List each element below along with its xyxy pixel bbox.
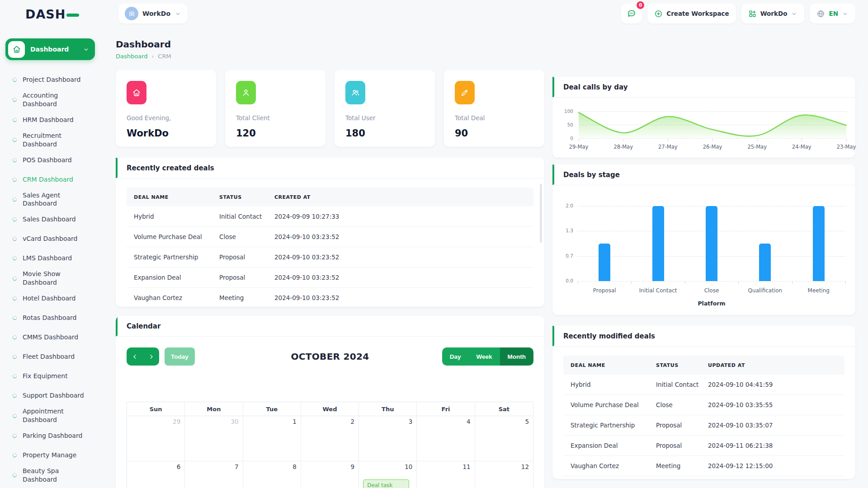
- calendar-day-10[interactable]: 10Deal task One: [359, 461, 417, 488]
- calendar-day-5[interactable]: 5: [475, 416, 533, 461]
- sidebar-item-label: POS Dashboard: [23, 156, 91, 164]
- table-row[interactable]: Expansion DealProposal2024-09-10 03:23:5…: [127, 267, 533, 288]
- ring-icon: [12, 413, 17, 418]
- sidebar-item-vcard-dashboard[interactable]: vCard Dashboard: [0, 229, 106, 249]
- sidebar-item-project-dashboard[interactable]: Project Dashboard: [0, 70, 106, 89]
- calendar-day-8[interactable]: 8: [243, 461, 301, 488]
- created-deals-table: DEAL NAMESTATUSCREATED ATHybridInitial C…: [127, 188, 533, 308]
- calendar-day-30[interactable]: 30: [185, 416, 243, 461]
- create-workspace-button[interactable]: Create Workspace: [647, 4, 736, 23]
- calendar-day-7[interactable]: 7: [185, 461, 243, 488]
- calendar-day-29[interactable]: 29: [127, 416, 185, 461]
- ring-icon: [12, 276, 17, 281]
- sidebar-item-sales-dashboard[interactable]: Sales Dashboard: [0, 210, 106, 229]
- ring-icon: [12, 473, 17, 478]
- language-selector[interactable]: EN: [810, 4, 855, 23]
- calendar-day-9[interactable]: 9: [301, 461, 359, 488]
- table-cell: 2024-09-10 03:23:52: [267, 294, 533, 301]
- sidebar-item-beauty-spa-dashboard[interactable]: Beauty Spa Dashboard: [0, 465, 106, 486]
- table-row[interactable]: Strategic PartnershipProposal2024-09-10 …: [563, 415, 844, 436]
- sidebar-item-crm-dashboard[interactable]: CRM Dashboard: [0, 170, 106, 189]
- sidebar-item-accounting-dashboard[interactable]: Accounting Dashboard: [0, 89, 106, 110]
- table-row[interactable]: Volume Purchase DealClose2024-09-10 03:2…: [127, 227, 533, 247]
- table-cell: Strategic Partnership: [127, 253, 212, 261]
- calendar-view-week-button[interactable]: Week: [468, 347, 500, 366]
- breadcrumb-dashboard-link[interactable]: Dashboard: [116, 53, 148, 60]
- weekday-label: Mon: [185, 402, 243, 416]
- sidebar-item-support-dashboard[interactable]: Support Dashboard: [0, 386, 106, 405]
- sidebar-item-pos-dashboard[interactable]: POS Dashboard: [0, 150, 106, 170]
- table-cell: 2024-09-11 06:21:38: [701, 442, 844, 449]
- x-axis-title: Platform: [578, 300, 845, 307]
- sidebar-item-movie-show-dashboard[interactable]: Movie Show Dashboard: [0, 268, 106, 289]
- calendar-day-1[interactable]: 1: [243, 416, 301, 461]
- sidebar-item-label: Fix Equipment: [23, 372, 91, 380]
- calendar-day-2[interactable]: 2: [301, 416, 359, 461]
- home-icon: [127, 81, 146, 104]
- sidebar-item-label: Rotas Dashboard: [23, 314, 91, 322]
- deals-by-stage-bar-chart: 2.01.30.70.0ProposalInitial ContactClose…: [552, 185, 855, 315]
- calendar-day-6[interactable]: 6: [127, 461, 185, 488]
- app-menu-button[interactable]: WorkDo: [741, 4, 805, 23]
- workspace-switcher[interactable]: WorkDo: [118, 4, 188, 23]
- sidebar-list: Project Dashboard Accounting Dashboard H…: [0, 70, 106, 488]
- table-row[interactable]: HybridInitial Contact2024-09-09 10:27:33: [127, 206, 533, 227]
- calendar-day-4[interactable]: 4: [417, 416, 475, 461]
- breadcrumb: Dashboard › CRM: [116, 53, 171, 60]
- card-title: Recently modified deals: [552, 326, 855, 347]
- sidebar-item-recruitment-dashboard[interactable]: Recruitment Dashboard: [0, 130, 106, 150]
- area-series: [579, 111, 846, 140]
- y-axis-tick-label: 0.0: [552, 278, 573, 283]
- chevron-down-icon: [791, 10, 797, 17]
- axis-tick: [845, 282, 846, 284]
- sidebar-item-cmms-dashboard[interactable]: CMMS Dashboard: [0, 328, 106, 347]
- ring-icon: [12, 177, 17, 182]
- axis-tick: [685, 282, 685, 284]
- workspace-avatar-building-icon: [125, 7, 138, 20]
- axis-tick: [578, 282, 578, 284]
- calendar-day-11[interactable]: 11: [417, 461, 475, 488]
- x-axis-category-label: Meeting: [808, 287, 830, 294]
- table-cell: 2024-09-12 12:15:00: [701, 462, 844, 469]
- sidebar-item-facilities-dashboard[interactable]: Facilities Dashboard: [0, 486, 106, 488]
- sidebar-item-parking-dashboard[interactable]: Parking Dashboard: [0, 426, 106, 446]
- sidebar-item-label: Fleet Dashboard: [23, 352, 91, 361]
- sidebar-item-fleet-dashboard[interactable]: Fleet Dashboard: [0, 347, 106, 366]
- table-header-row: DEAL NAMESTATUSCREATED AT: [127, 188, 533, 206]
- rocket-icon: [455, 81, 475, 104]
- calendar-view-month-button[interactable]: Month: [500, 347, 533, 366]
- sidebar-item-lms-dashboard[interactable]: LMS Dashboard: [0, 249, 106, 268]
- sidebar-item-hotel-dashboard[interactable]: Hotel Dashboard: [0, 289, 106, 308]
- scrollbar-thumb[interactable]: [540, 184, 542, 243]
- table-row[interactable]: Vaughan CortezMeeting2024-09-12 12:15:00: [563, 456, 844, 476]
- sidebar-item-appointment-dashboard[interactable]: Appointment Dashboard: [0, 405, 106, 426]
- ring-icon: [12, 158, 17, 163]
- table-cell: Close: [649, 401, 701, 408]
- sidebar-item-rotas-dashboard[interactable]: Rotas Dashboard: [0, 308, 106, 328]
- table-cell: Strategic Partnership: [563, 422, 649, 429]
- stat-card-good-evening: Good Evening, WorkDo: [116, 70, 216, 147]
- calendar-day-3[interactable]: 3: [359, 416, 417, 461]
- sidebar-item-fix-equipment[interactable]: Fix Equipment: [0, 366, 106, 386]
- sidebar-item-sales-agent-dashboard[interactable]: Sales Agent Dashboard: [0, 189, 106, 210]
- chat-bubble-icon: [627, 9, 637, 19]
- weekday-label: Thu: [359, 402, 417, 416]
- table-row[interactable]: Volume Purchase DealClose2024-09-10 03:3…: [563, 395, 844, 415]
- calendar-view-day-button[interactable]: Day: [442, 347, 469, 366]
- table-row[interactable]: Vaughan CortezMeeting2024-09-10 03:23:52: [127, 288, 533, 308]
- messages-button[interactable]: 0: [621, 4, 642, 23]
- stat-value: 120: [236, 128, 315, 139]
- calendar-day-12[interactable]: 12: [475, 461, 533, 488]
- sidebar-item-property-manage[interactable]: Property Manage: [0, 446, 106, 465]
- column-header: DEAL NAME: [563, 362, 649, 368]
- bar-qualification: [759, 244, 771, 281]
- sidebar-item-hrm-dashboard[interactable]: HRM Dashboard: [0, 110, 106, 130]
- sidebar-item-dashboard-active[interactable]: Dashboard: [5, 38, 95, 60]
- table-row[interactable]: Strategic PartnershipProposal2024-09-10 …: [127, 247, 533, 267]
- table-row[interactable]: Expansion DealProposal2024-09-11 06:21:3…: [563, 436, 844, 456]
- card-title: Deals by stage: [552, 164, 855, 185]
- table-row[interactable]: HybridInitial Contact2024-09-10 04:41:59: [563, 375, 844, 395]
- day-number: 4: [421, 418, 470, 425]
- calendar-event[interactable]: Deal task One: [363, 479, 409, 488]
- grid-plus-icon: [748, 9, 757, 18]
